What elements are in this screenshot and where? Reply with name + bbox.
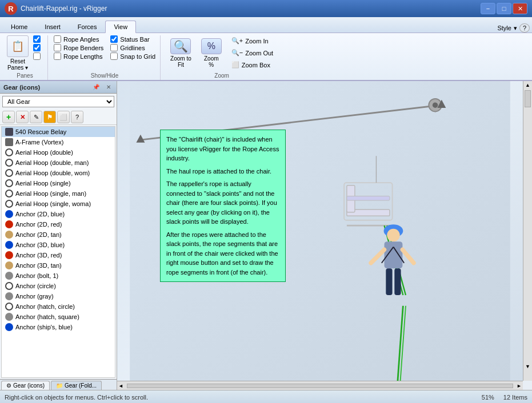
scroll-thumb-v[interactable] bbox=[525, 90, 531, 107]
gear-list-item[interactable]: Anchor (hatch, circle) bbox=[2, 301, 115, 312]
close-panel-button[interactable]: ✕ bbox=[104, 83, 113, 91]
checkbox-gear-icons[interactable] bbox=[33, 44, 43, 51]
gear-list-item[interactable]: Aerial Hoop (single) bbox=[2, 178, 115, 188]
zoom-to-fit-button[interactable]: 🔍 Zoom toFit bbox=[166, 36, 195, 70]
gear-list-item[interactable]: Anchor (3D, tan) bbox=[2, 260, 115, 271]
window-title: Chairlift-Rappel.rig - vRigger bbox=[21, 5, 107, 13]
gear-icons-tab-label: Gear (icons) bbox=[13, 382, 45, 389]
gear-item-label: Anchor (bolt, 1) bbox=[15, 272, 58, 279]
tooltip-para-4: After the ropes were attached to the sla… bbox=[166, 230, 279, 277]
style-label: Style bbox=[497, 25, 511, 31]
zoom-percent-button[interactable]: % Zoom% bbox=[197, 36, 226, 70]
gear-list-item[interactable]: Aerial Hoop (single, woma) bbox=[2, 199, 115, 209]
gear-list-item[interactable]: Anchor (circle) bbox=[2, 281, 115, 291]
gear-dropdown[interactable]: All Gear Favorites Recent bbox=[2, 96, 114, 107]
checkbox-rope-angles[interactable]: Rope Angles bbox=[54, 35, 103, 43]
checkbox-properties-pane[interactable] bbox=[33, 53, 43, 60]
checkbox-rope-lengths[interactable]: Rope Lengths bbox=[54, 53, 103, 60]
gear-list-item[interactable]: 540 Rescue Belay bbox=[2, 127, 115, 137]
panes-group-label: Panes bbox=[7, 71, 43, 79]
help-gear-button[interactable]: ? bbox=[71, 111, 83, 123]
gear-item-label: Anchor (3D, red) bbox=[15, 252, 62, 259]
gear-item-label: A-Frame (Vortex) bbox=[15, 139, 63, 146]
showhide-col1: Rope Angles Rope Benders Rope Lengths bbox=[54, 35, 103, 60]
canvas-scrollbar-h[interactable]: ◄ ► bbox=[117, 381, 523, 390]
remove-gear-button[interactable]: ✕ bbox=[16, 111, 29, 123]
tooltip-para-1: The "Chairlift (chair)" is included when… bbox=[166, 135, 279, 163]
bottom-tab-folders[interactable]: 📁 Gear (Fold... bbox=[51, 381, 102, 390]
maximize-button[interactable]: □ bbox=[497, 3, 511, 14]
gear-list-item[interactable]: Anchor (3D, red) bbox=[2, 250, 115, 260]
scroll-up-button[interactable]: ▲ bbox=[523, 81, 532, 89]
tooltip-para-3: The rappeller's rope is actually connect… bbox=[166, 179, 279, 227]
gear-item-icon bbox=[5, 210, 13, 218]
scroll-left-button[interactable]: ◄ bbox=[117, 382, 125, 390]
gear-item-icon bbox=[5, 241, 13, 249]
gear-item-icon bbox=[5, 190, 13, 198]
checkbox-gear-folders[interactable] bbox=[33, 35, 43, 43]
svg-rect-19 bbox=[386, 268, 392, 295]
close-button[interactable]: ✕ bbox=[513, 3, 527, 14]
gear-list-item[interactable]: Anchor (gray) bbox=[2, 291, 115, 301]
zoom-in-button[interactable]: 🔍+ Zoom In bbox=[227, 35, 277, 46]
minimize-button[interactable]: − bbox=[481, 3, 495, 14]
gear-list-item[interactable]: Anchor (2D, blue) bbox=[2, 209, 115, 219]
panel-title: Gear (icons) bbox=[3, 84, 40, 91]
gear-list[interactable]: 540 Rescue BelayA-Frame (Vortex)Aerial H… bbox=[1, 126, 115, 378]
checkbox-gridlines[interactable]: Gridlines bbox=[110, 44, 155, 51]
bottom-tab-icons[interactable]: ⚙ Gear (icons) bbox=[1, 381, 50, 390]
pin-button[interactable]: 📌 bbox=[90, 83, 102, 91]
gear-item-label: Aerial Hoop (single, woma) bbox=[15, 200, 91, 207]
gear-folders-tab-icon: 📁 bbox=[56, 382, 63, 389]
main-area: Gear (icons) 📌 ✕ All Gear Favorites Rece… bbox=[0, 81, 532, 390]
gear-list-item[interactable]: A-Frame (Vortex) bbox=[2, 137, 115, 147]
gear-item-icon bbox=[5, 323, 13, 331]
gear-item-icon bbox=[5, 128, 13, 136]
zoom-level: 51% bbox=[482, 394, 494, 401]
checkbox-snap-grid[interactable]: Snap to Grid bbox=[110, 53, 155, 60]
gear-list-item[interactable]: Anchor (2D, red) bbox=[2, 219, 115, 229]
gear-folders-tab-label: Gear (Fold... bbox=[65, 382, 97, 389]
gear-item-icon bbox=[5, 138, 13, 146]
scroll-down-button[interactable]: ▼ bbox=[523, 362, 532, 370]
style-dropdown-icon[interactable]: ▾ bbox=[514, 25, 517, 32]
help-button[interactable]: ? bbox=[519, 23, 530, 33]
tab-forces[interactable]: Forces bbox=[69, 21, 106, 33]
gear-list-item[interactable]: Aerial Hoop (single, man) bbox=[2, 188, 115, 199]
zoom-out-button[interactable]: 🔍− Zoom Out bbox=[227, 47, 277, 58]
gear-item-label: Aerial Hoop (single) bbox=[15, 180, 71, 187]
zoom-buttons: 🔍+ Zoom In 🔍− Zoom Out ⬜ Zoom Box bbox=[227, 35, 277, 70]
gear-list-item[interactable]: Aerial Hoop (double, wom) bbox=[2, 168, 115, 178]
gear-list-item[interactable]: Aerial Hoop (double, man) bbox=[2, 158, 115, 168]
tab-view[interactable]: View bbox=[105, 21, 136, 33]
edit-gear-button[interactable]: ✎ bbox=[30, 111, 42, 123]
gear-list-item[interactable]: Aerial Hoop (double) bbox=[2, 147, 115, 158]
scroll-right-button[interactable]: ► bbox=[515, 382, 523, 390]
scroll-thumb-h[interactable] bbox=[127, 384, 513, 388]
gear-item-label: Anchor (hatch, circle) bbox=[15, 303, 75, 310]
gear-item-label: Anchor (gray) bbox=[15, 293, 54, 300]
tab-home[interactable]: Home bbox=[2, 21, 36, 33]
showhide-col2: Status Bar Gridlines Snap to Grid bbox=[110, 35, 155, 60]
gear-item-icon bbox=[5, 179, 13, 187]
flag-button[interactable]: ⚑ bbox=[43, 111, 56, 123]
copy-button[interactable]: ⬜ bbox=[57, 111, 70, 123]
gear-list-item[interactable]: Anchor (ship's, blue) bbox=[2, 322, 115, 332]
add-gear-button[interactable]: + bbox=[2, 111, 15, 123]
gear-list-item[interactable]: Anchor (2D, tan) bbox=[2, 229, 115, 240]
tab-insert[interactable]: Insert bbox=[36, 21, 69, 33]
canvas-scrollbar-v[interactable]: ▲ ▼ bbox=[523, 81, 532, 381]
showhide-group-label: Show/Hide bbox=[54, 71, 155, 79]
zoom-box-button[interactable]: ⬜ Zoom Box bbox=[227, 59, 277, 70]
checkbox-status-bar[interactable]: Status Bar bbox=[110, 35, 155, 43]
gear-list-item[interactable]: Anchor (3D, blue) bbox=[2, 240, 115, 250]
tooltip-box: The "Chairlift (chair)" is included when… bbox=[160, 130, 286, 282]
checkbox-rope-benders[interactable]: Rope Benders bbox=[54, 44, 103, 51]
gear-list-item[interactable]: Anchor (bolt, 1) bbox=[2, 271, 115, 281]
reset-panes-button[interactable]: 📋 bbox=[7, 35, 29, 57]
gear-item-label: Anchor (3D, blue) bbox=[15, 241, 65, 248]
gear-list-item[interactable]: Anchor (hatch, square) bbox=[2, 312, 115, 322]
panel-controls: 📌 ✕ bbox=[90, 83, 113, 91]
gear-item-label: Anchor (2D, tan) bbox=[15, 231, 62, 238]
canvas-area[interactable]: The "Chairlift (chair)" is included when… bbox=[117, 81, 532, 390]
